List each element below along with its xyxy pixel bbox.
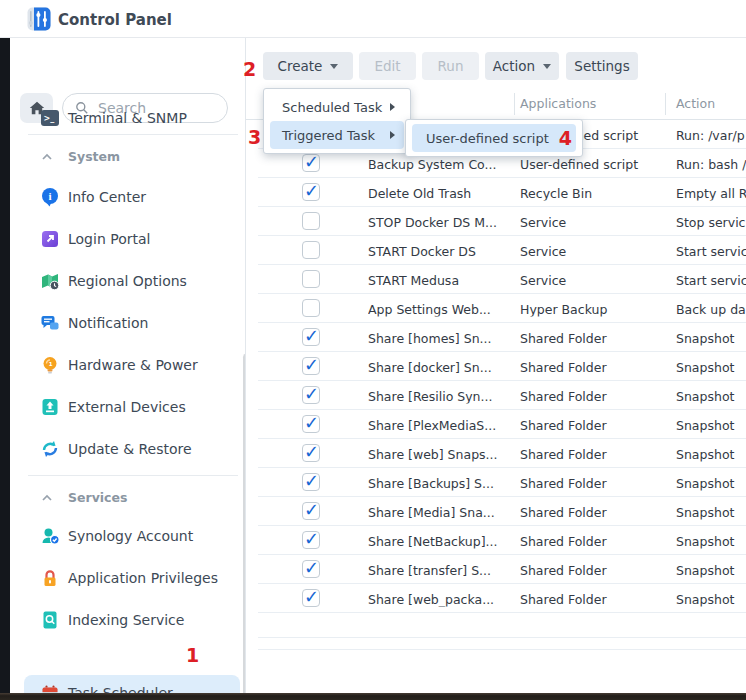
sidebar-item-regional-options[interactable]: Regional Options (20, 263, 240, 299)
sidebar-item-task-scheduler[interactable]: Task Scheduler (24, 675, 240, 700)
sidebar-item-label: Update & Restore (68, 441, 192, 457)
table-end-line (258, 637, 746, 638)
action-cell: Snapshot (676, 475, 746, 490)
settings-button[interactable]: Settings (566, 52, 638, 80)
row-checkbox[interactable] (302, 328, 320, 346)
menu-item-scheduled-task[interactable]: Scheduled Task (270, 93, 404, 121)
action-cell: Snapshot (676, 562, 746, 577)
task-name-cell: Share [docker] Sn... (368, 359, 514, 374)
applications-cell: Shared Folder (520, 475, 665, 490)
table-row[interactable]: Share [web_packa... Shared Folder Snapsh… (246, 584, 746, 613)
group-header-system[interactable]: System (20, 146, 240, 170)
table-row[interactable]: App Settings Web... Hyper Backup Back up… (246, 294, 746, 323)
group-header-services[interactable]: Services (20, 487, 240, 511)
action-button[interactable]: Action (485, 52, 559, 80)
action-cell: Snapshot (676, 591, 746, 606)
table-row[interactable]: Share [PlexMediaS... Shared Folder Snaps… (246, 410, 746, 439)
terminal-icon: >_ (40, 108, 60, 128)
row-checkbox[interactable] (302, 299, 320, 317)
regional-options-icon (40, 271, 60, 291)
sidebar-item-label: Login Portal (68, 231, 150, 247)
header-applications[interactable]: Applications (520, 96, 596, 111)
table-row[interactable]: STOP Docker DS M... Service Stop servic (246, 207, 746, 236)
table-row[interactable]: START Docker DS Service Start servic (246, 236, 746, 265)
external-devices-icon (40, 397, 60, 417)
table-row[interactable]: Share [Media] Sna... Shared Folder Snaps… (246, 497, 746, 526)
control-panel-icon (27, 7, 51, 31)
sidebar-item-application-privileges[interactable]: Application Privileges (20, 560, 240, 596)
task-name-cell: Share [Media] Sna... (368, 504, 514, 519)
sidebar-item-label: Hardware & Power (68, 357, 198, 373)
task-name-cell: STOP Docker DS M... (368, 214, 514, 229)
submenu-arrow-icon (390, 103, 395, 111)
table-row[interactable]: Share [docker] Sn... Shared Folder Snaps… (246, 352, 746, 381)
row-checkbox[interactable] (302, 241, 320, 259)
applications-cell: Shared Folder (520, 562, 665, 577)
group-label: System (68, 149, 120, 164)
applications-cell: Shared Folder (520, 591, 665, 606)
task-name-cell: Share [web] Snaps... (368, 446, 514, 461)
sidebar-item-indexing-service[interactable]: Indexing Service (20, 602, 240, 638)
annotation-step-2: 2 (243, 58, 256, 80)
row-checkbox[interactable] (302, 473, 320, 491)
action-cell: Start servic (676, 272, 746, 287)
table-row[interactable]: START Medusa Service Start servic (246, 265, 746, 294)
row-checkbox[interactable] (302, 415, 320, 433)
row-checkbox[interactable] (302, 357, 320, 375)
task-name-cell: Share [Resilio Syn... (368, 388, 514, 403)
create-button[interactable]: Create (263, 52, 353, 80)
table-row[interactable]: Share [transfer] S... Shared Folder Snap… (246, 555, 746, 584)
row-checkbox[interactable] (302, 531, 320, 549)
row-checkbox[interactable] (302, 502, 320, 520)
menu-item-user-defined-script[interactable]: User-defined script 4 (412, 124, 576, 152)
synology-account-icon (40, 526, 60, 546)
edit-button[interactable]: Edit (359, 52, 416, 80)
action-cell: Start servic (676, 243, 746, 258)
task-name-cell: START Docker DS (368, 243, 514, 258)
annotation-step-4: 4 (559, 127, 572, 149)
sidebar-item-external-devices[interactable]: External Devices (20, 389, 240, 425)
sidebar-item-update-restore[interactable]: Update & Restore (20, 431, 240, 467)
table-row[interactable]: Share [Backups] S... Shared Folder Snaps… (246, 468, 746, 497)
sidebar-item-synology-account[interactable]: Synology Account (20, 518, 240, 554)
sidebar-item-label: Terminal & SNMP (68, 110, 187, 126)
triggered-task-submenu: User-defined script 4 (405, 119, 583, 157)
action-cell: Stop servic (676, 214, 746, 229)
row-checkbox[interactable] (302, 183, 320, 201)
applications-cell: Shared Folder (520, 359, 665, 374)
task-name-cell: Share [web_packa... (368, 591, 514, 606)
submenu-arrow-icon (390, 131, 395, 139)
table-row[interactable]: Share [homes] Sn... Shared Folder Snapsh… (246, 323, 746, 352)
run-button[interactable]: Run (422, 52, 479, 80)
header-action[interactable]: Action (676, 96, 715, 111)
action-cell: Back up da (676, 301, 746, 316)
table-end-line (258, 649, 746, 650)
table-row[interactable]: Share [web] Snaps... Shared Folder Snaps… (246, 439, 746, 468)
applications-cell: User-defined script (520, 156, 665, 171)
sidebar-item-terminal-snmp[interactable]: >_ Terminal & SNMP (20, 100, 240, 136)
table-row[interactable]: Share [NetBackup]... Shared Folder Snaps… (246, 526, 746, 555)
create-dropdown-menu: Scheduled Task Triggered Task (263, 88, 411, 154)
applications-cell: Shared Folder (520, 388, 665, 403)
sidebar-item-info-center[interactable]: i Info Center (20, 179, 240, 215)
sidebar-item-hardware-power[interactable]: 1 Hardware & Power (20, 347, 240, 383)
row-checkbox[interactable] (302, 444, 320, 462)
svg-text:i: i (48, 190, 51, 202)
row-checkbox[interactable] (302, 386, 320, 404)
caret-down-icon (543, 64, 551, 69)
row-checkbox[interactable] (302, 560, 320, 578)
row-checkbox[interactable] (302, 589, 320, 607)
applications-cell: Hyper Backup (520, 301, 665, 316)
table-row[interactable]: Delete Old Trash Recycle Bin Empty all R (246, 178, 746, 207)
row-checkbox[interactable] (302, 212, 320, 230)
row-checkbox[interactable] (302, 270, 320, 288)
sidebar-item-login-portal[interactable]: Login Portal (20, 221, 240, 257)
task-name-cell: App Settings Web... (368, 301, 514, 316)
titlebar: Control Panel (0, 0, 746, 38)
row-checkbox[interactable] (302, 154, 320, 172)
applications-cell: Shared Folder (520, 504, 665, 519)
menu-item-triggered-task[interactable]: Triggered Task (270, 121, 404, 149)
edit-button-label: Edit (374, 58, 400, 74)
table-row[interactable]: Share [Resilio Syn... Shared Folder Snap… (246, 381, 746, 410)
sidebar-item-notification[interactable]: Notification (20, 305, 240, 341)
